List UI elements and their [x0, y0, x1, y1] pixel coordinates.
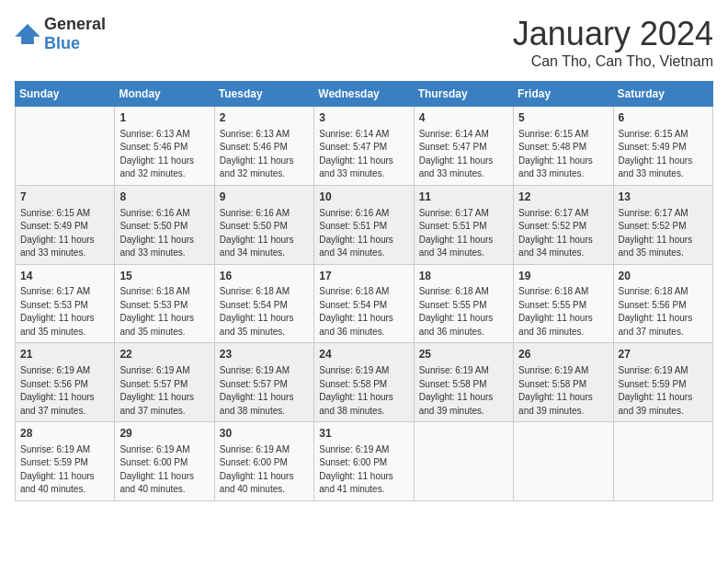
calendar-cell: 24Sunrise: 6:19 AMSunset: 5:58 PMDayligh… [314, 343, 414, 422]
week-row-3: 14Sunrise: 6:17 AMSunset: 5:53 PMDayligh… [16, 264, 713, 343]
logo: General Blue [15, 15, 106, 53]
day-number: 20 [619, 269, 708, 284]
sunrise-text: Sunrise: 6:17 AM [619, 207, 708, 221]
daylight-text-2: and 34 minutes. [319, 247, 408, 260]
daylight-text: Daylight: 11 hours [20, 391, 109, 405]
cell-content: Sunrise: 6:13 AMSunset: 5:46 PMDaylight:… [119, 128, 209, 181]
calendar-cell: 10Sunrise: 6:16 AMSunset: 5:51 PMDayligh… [314, 185, 414, 264]
cell-content: Sunrise: 6:16 AMSunset: 5:50 PMDaylight:… [220, 207, 309, 260]
calendar-cell: 20Sunrise: 6:18 AMSunset: 5:56 PMDayligh… [613, 264, 712, 343]
cell-content: Sunrise: 6:16 AMSunset: 5:50 PMDaylight:… [119, 207, 209, 260]
daylight-text: Daylight: 11 hours [319, 155, 408, 168]
day-number: 30 [220, 426, 309, 442]
daylight-text: Daylight: 11 hours [220, 312, 309, 326]
day-number: 4 [419, 110, 508, 126]
header-friday: Friday [514, 82, 613, 107]
sunset-text: Sunset: 5:58 PM [319, 378, 408, 392]
day-number: 25 [419, 347, 508, 362]
sunset-text: Sunset: 5:59 PM [20, 456, 109, 470]
title-block: January 2024 Can Tho, Can Tho, Vietnam [513, 15, 713, 70]
sunset-text: Sunset: 5:52 PM [619, 220, 708, 234]
daylight-text-2: and 37 minutes. [619, 326, 708, 339]
calendar-cell: 11Sunrise: 6:17 AMSunset: 5:51 PMDayligh… [414, 185, 513, 264]
daylight-text-2: and 36 minutes. [319, 326, 408, 339]
daylight-text-2: and 36 minutes. [518, 326, 608, 339]
daylight-text: Daylight: 11 hours [518, 155, 608, 168]
day-number: 28 [20, 426, 109, 442]
daylight-text: Daylight: 11 hours [518, 391, 608, 405]
sunrise-text: Sunrise: 6:19 AM [20, 364, 109, 378]
sunset-text: Sunset: 5:59 PM [619, 378, 708, 392]
sunrise-text: Sunrise: 6:17 AM [518, 207, 608, 221]
day-number: 12 [518, 190, 608, 205]
daylight-text-2: and 39 minutes. [419, 405, 508, 419]
sunrise-text: Sunrise: 6:19 AM [119, 364, 209, 378]
logo-text: General Blue [44, 15, 106, 53]
daylight-text: Daylight: 11 hours [20, 470, 109, 484]
sunset-text: Sunset: 5:57 PM [119, 378, 209, 392]
daylight-text-2: and 33 minutes. [319, 167, 408, 181]
daylight-text: Daylight: 11 hours [119, 391, 209, 405]
sunset-text: Sunset: 5:48 PM [518, 141, 608, 155]
sunrise-text: Sunrise: 6:18 AM [119, 285, 209, 299]
sunrise-text: Sunrise: 6:19 AM [419, 364, 508, 378]
daylight-text: Daylight: 11 hours [220, 234, 309, 247]
cell-content: Sunrise: 6:18 AMSunset: 5:53 PMDaylight:… [119, 285, 209, 339]
day-number: 29 [119, 426, 209, 442]
daylight-text: Daylight: 11 hours [419, 312, 508, 326]
daylight-text: Daylight: 11 hours [20, 312, 109, 326]
calendar-cell: 13Sunrise: 6:17 AMSunset: 5:52 PMDayligh… [613, 185, 712, 264]
day-number: 9 [220, 190, 309, 205]
sunrise-text: Sunrise: 6:15 AM [619, 128, 708, 142]
calendar-cell: 7Sunrise: 6:15 AMSunset: 5:49 PMDaylight… [16, 185, 115, 264]
sunset-text: Sunset: 5:58 PM [419, 378, 508, 392]
cell-content: Sunrise: 6:19 AMSunset: 5:58 PMDaylight:… [319, 364, 408, 418]
sunrise-text: Sunrise: 6:13 AM [119, 128, 209, 142]
daylight-text: Daylight: 11 hours [119, 470, 209, 484]
location-subtitle: Can Tho, Can Tho, Vietnam [513, 53, 713, 70]
sunrise-text: Sunrise: 6:19 AM [220, 443, 309, 457]
daylight-text: Daylight: 11 hours [619, 234, 708, 247]
calendar-cell: 21Sunrise: 6:19 AMSunset: 5:56 PMDayligh… [16, 343, 115, 422]
calendar-cell: 16Sunrise: 6:18 AMSunset: 5:54 PMDayligh… [214, 264, 313, 343]
calendar-cell: 15Sunrise: 6:18 AMSunset: 5:53 PMDayligh… [115, 264, 214, 343]
sunset-text: Sunset: 5:51 PM [319, 220, 408, 234]
calendar-cell: 4Sunrise: 6:14 AMSunset: 5:47 PMDaylight… [414, 107, 513, 186]
day-number: 22 [119, 347, 209, 362]
sunset-text: Sunset: 6:00 PM [220, 456, 309, 470]
cell-content: Sunrise: 6:18 AMSunset: 5:54 PMDaylight:… [220, 285, 309, 339]
daylight-text: Daylight: 11 hours [419, 234, 508, 247]
day-number: 31 [319, 426, 408, 442]
cell-content: Sunrise: 6:19 AMSunset: 5:58 PMDaylight:… [518, 364, 608, 418]
daylight-text-2: and 32 minutes. [220, 167, 309, 181]
daylight-text-2: and 34 minutes. [419, 247, 508, 260]
cell-content: Sunrise: 6:15 AMSunset: 5:49 PMDaylight:… [619, 128, 708, 181]
calendar-cell [414, 422, 513, 501]
sunset-text: Sunset: 5:46 PM [220, 141, 309, 155]
daylight-text-2: and 33 minutes. [619, 167, 708, 181]
cell-content: Sunrise: 6:15 AMSunset: 5:48 PMDaylight:… [518, 128, 608, 181]
daylight-text: Daylight: 11 hours [419, 391, 508, 405]
week-row-4: 21Sunrise: 6:19 AMSunset: 5:56 PMDayligh… [16, 343, 713, 422]
sunset-text: Sunset: 6:00 PM [319, 456, 408, 470]
cell-content: Sunrise: 6:19 AMSunset: 5:56 PMDaylight:… [20, 364, 109, 418]
sunrise-text: Sunrise: 6:19 AM [220, 364, 309, 378]
day-number: 24 [319, 347, 408, 362]
cell-content: Sunrise: 6:14 AMSunset: 5:47 PMDaylight:… [319, 128, 408, 181]
daylight-text-2: and 39 minutes. [619, 405, 708, 419]
cell-content: Sunrise: 6:17 AMSunset: 5:51 PMDaylight:… [419, 207, 508, 260]
sunset-text: Sunset: 5:56 PM [619, 299, 708, 313]
daylight-text-2: and 38 minutes. [220, 405, 309, 419]
day-number: 17 [319, 269, 408, 284]
week-row-5: 28Sunrise: 6:19 AMSunset: 5:59 PMDayligh… [16, 422, 713, 501]
sunset-text: Sunset: 5:49 PM [20, 220, 109, 234]
daylight-text: Daylight: 11 hours [319, 391, 408, 405]
daylight-text-2: and 33 minutes. [119, 247, 209, 260]
day-number: 5 [518, 110, 608, 126]
daylight-text-2: and 35 minutes. [220, 326, 309, 339]
cell-content: Sunrise: 6:19 AMSunset: 6:00 PMDaylight:… [220, 443, 309, 497]
day-number: 19 [518, 269, 608, 284]
daylight-text: Daylight: 11 hours [619, 312, 708, 326]
calendar-cell: 23Sunrise: 6:19 AMSunset: 5:57 PMDayligh… [214, 343, 313, 422]
day-number: 23 [220, 347, 309, 362]
